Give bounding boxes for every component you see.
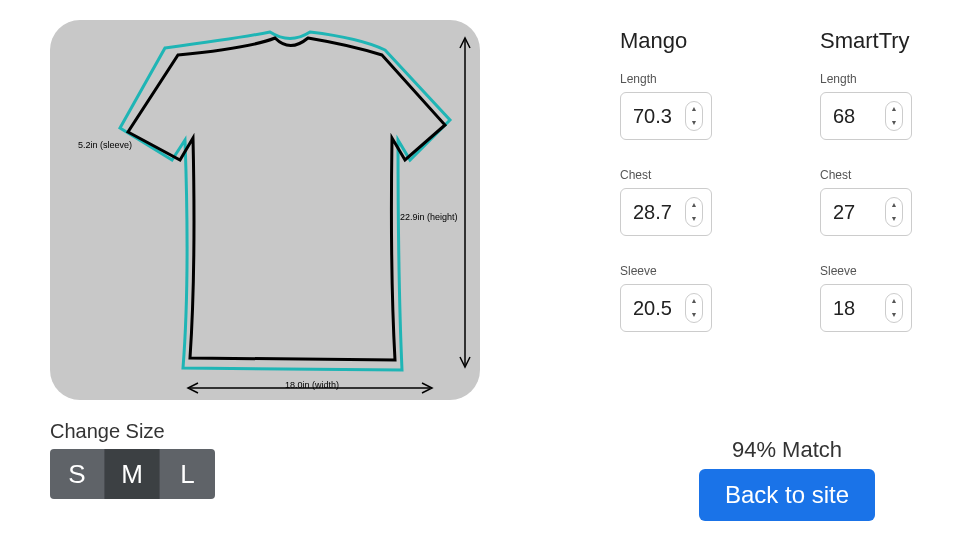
mango-chest-stepper[interactable]: 28.7 ▲▼ (620, 188, 712, 236)
chevron-up-icon[interactable]: ▲ (686, 198, 702, 212)
smarttry-length-label: Length (820, 72, 955, 86)
smarttry-length-stepper[interactable]: 68 ▲▼ (820, 92, 912, 140)
smarttry-length-value: 68 (833, 105, 855, 128)
smarttry-chest-value: 27 (833, 201, 855, 224)
mango-sleeve-label: Sleeve (620, 264, 770, 278)
smarttry-sleeve-label: Sleeve (820, 264, 955, 278)
mango-sleeve-value: 20.5 (633, 297, 672, 320)
mango-length-value: 70.3 (633, 105, 672, 128)
match-percentage: 94% Match (699, 437, 875, 463)
smarttry-column: SmartTry Length 68 ▲▼ Chest 27 ▲▼ Sleeve… (820, 28, 955, 499)
chevron-up-icon[interactable]: ▲ (886, 102, 902, 116)
size-button-s[interactable]: S (50, 449, 105, 499)
size-button-l[interactable]: L (160, 449, 215, 499)
mango-chest-label: Chest (620, 168, 770, 182)
smarttry-brand-title: SmartTry (820, 28, 955, 54)
smarttry-sleeve-stepper[interactable]: 18 ▲▼ (820, 284, 912, 332)
change-size-title: Change Size (50, 420, 480, 443)
width-dim-label: 18.0in (width) (285, 380, 339, 390)
chevron-down-icon[interactable]: ▼ (886, 308, 902, 322)
size-button-m[interactable]: M (105, 449, 160, 499)
mango-brand-title: Mango (620, 28, 770, 54)
chevron-up-icon[interactable]: ▲ (886, 294, 902, 308)
chevron-down-icon[interactable]: ▼ (686, 116, 702, 130)
chevron-up-icon[interactable]: ▲ (686, 102, 702, 116)
size-button-group: S M L (50, 449, 480, 499)
chevron-down-icon[interactable]: ▼ (886, 212, 902, 226)
smarttry-sleeve-value: 18 (833, 297, 855, 320)
chevron-down-icon[interactable]: ▼ (886, 116, 902, 130)
chevron-down-icon[interactable]: ▼ (686, 212, 702, 226)
height-dim-label: 22.9in (height) (400, 212, 458, 222)
mango-length-stepper[interactable]: 70.3 ▲▼ (620, 92, 712, 140)
mango-length-label: Length (620, 72, 770, 86)
back-to-site-button[interactable]: Back to site (699, 469, 875, 521)
chevron-down-icon[interactable]: ▼ (686, 308, 702, 322)
chevron-up-icon[interactable]: ▲ (886, 198, 902, 212)
smarttry-chest-label: Chest (820, 168, 955, 182)
shirt-diagram: 5.2in (sleeve) 22.9in (height) 18.0in (w… (50, 20, 480, 400)
smarttry-chest-stepper[interactable]: 27 ▲▼ (820, 188, 912, 236)
mango-sleeve-stepper[interactable]: 20.5 ▲▼ (620, 284, 712, 332)
sleeve-dim-label: 5.2in (sleeve) (78, 140, 132, 150)
mango-chest-value: 28.7 (633, 201, 672, 224)
mango-column: Mango Length 70.3 ▲▼ Chest 28.7 ▲▼ Sleev… (620, 28, 770, 499)
chevron-up-icon[interactable]: ▲ (686, 294, 702, 308)
